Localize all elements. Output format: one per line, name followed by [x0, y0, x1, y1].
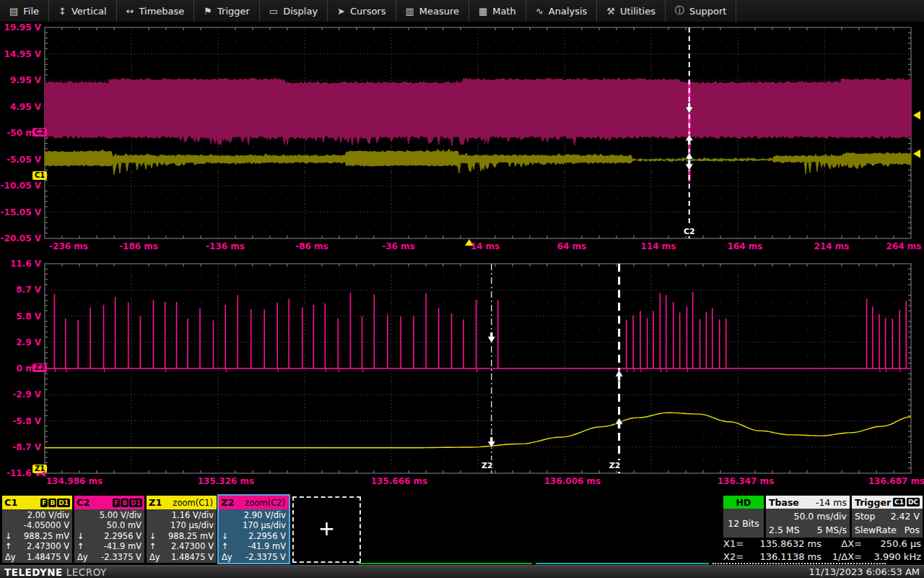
descriptor-C1-row: Δy1.48475 V — [5, 552, 69, 562]
x2-label: X2= — [723, 551, 749, 564]
descriptor-Z2-row-prefix: ↑ — [222, 541, 236, 551]
descriptor-Z1-row-prefix: Δy — [149, 552, 164, 562]
main-x-axis-label: 64 ms — [537, 241, 606, 251]
descriptor-Z2-body: 2.90 V/div170 µs/div↓2.2956 V↑-41.9 mVΔy… — [219, 509, 289, 563]
cursor-arrow-up-icon — [615, 418, 623, 428]
descriptor-Z1-row-prefix — [149, 520, 164, 530]
dx-value: 250.6 µs — [862, 538, 924, 551]
cursor-arrow-down-icon — [685, 160, 693, 171]
descriptor-C2-header: C2FBD1 — [74, 496, 144, 509]
descriptor-row: C1FBD12.00 V/div-4.05000 V↓988.25 mV↑2.4… — [2, 496, 722, 563]
descriptor-C2[interactable]: C2FBD15.00 V/div50.0 mV↓2.2956 V↑-41.9 m… — [74, 496, 144, 563]
invdx-value: 3.990 kHz — [862, 551, 924, 564]
zoom-x-axis-label: 135.666 ms — [365, 476, 434, 486]
trigger-mode: Stop — [855, 509, 875, 523]
descriptor-C1-badge-F: F — [40, 499, 48, 507]
main-x-axis-label: 164 ms — [710, 241, 780, 251]
descriptor-Z2-row-value: -41.9 mV — [236, 541, 286, 551]
main-x-axis-label: 114 ms — [624, 241, 693, 251]
hd-header: HD — [723, 496, 764, 509]
timebase-rate: 5 MS/s — [817, 523, 847, 537]
descriptor-Z1-row-prefix: ↓ — [149, 531, 164, 541]
add-trace-box[interactable]: + — [292, 496, 361, 563]
main-y-axis-label: 19.95 V — [0, 22, 41, 33]
c2-trace[interactable] — [45, 78, 911, 146]
timebase-title: Tbase — [769, 497, 799, 508]
main-trace-badge-C1[interactable]: C1 — [32, 171, 47, 180]
zoom-x-axis-label: 136.347 ms — [711, 476, 780, 486]
hd-mode-box[interactable]: HD 12 Bits — [723, 496, 764, 538]
descriptor-C1-row-value: 988.25 mV — [19, 531, 69, 541]
descriptor-Z2[interactable]: Z2zoom(C2)2.90 V/div170 µs/div↓2.2956 V↑… — [219, 496, 289, 563]
descriptor-Z2-row-prefix: ↓ — [222, 531, 236, 541]
level-marker-icon[interactable] — [913, 111, 920, 120]
descriptor-C2-row-prefix — [77, 510, 92, 520]
datetime: 11/13/2023 6:06:53 AM — [809, 566, 920, 577]
descriptor-C1-row: ↓988.25 mV — [5, 531, 69, 541]
descriptor-C1-row: -4.05000 V — [5, 520, 69, 530]
descriptor-C2-row: Δy-2.3375 V — [77, 552, 141, 562]
main-y-axis-label: -15.05 V — [0, 207, 41, 217]
descriptor-C1-badge-D1: D1 — [57, 499, 70, 507]
descriptor-Z1-row-prefix: ↑ — [149, 541, 164, 551]
timebase-box[interactable]: Tbase -14 ms 50.0 ms/div 2.5 MS5 MS/s — [766, 496, 850, 538]
descriptor-Z2-row-prefix: Δy — [222, 552, 236, 562]
trigger-type: SlewRate — [855, 523, 897, 537]
main-trace-badge-C2[interactable]: C2 — [32, 128, 47, 137]
trigger-box[interactable]: Trigger C1 DC Stop2.42 V SlewRatePos — [852, 496, 923, 538]
hd-title: HD — [736, 497, 751, 508]
zoom-trace-badge-Z2[interactable]: Z2 — [32, 363, 47, 372]
descriptor-Z2-row: 170 µs/div — [222, 520, 286, 530]
descriptor-Z1-row: ↓988.25 mV — [149, 531, 214, 541]
main-y-axis-label: 4.95 V — [0, 102, 41, 112]
descriptor-Z2-row: ↑-41.9 mV — [222, 541, 286, 551]
descriptor-Z1-row-value: 2.47300 V — [164, 541, 214, 551]
descriptor-C2-row: ↓2.2956 V — [77, 531, 141, 541]
level-marker-icon[interactable] — [913, 150, 920, 158]
descriptor-Z1-row: Δy1.48475 V — [149, 552, 214, 562]
main-x-axis-label: -236 ms — [34, 241, 103, 251]
timebase-scale: 50.0 ms/div — [793, 509, 847, 523]
descriptor-Z2-row-value: -2.3375 V — [236, 552, 286, 562]
timebase-header: Tbase -14 ms — [766, 496, 850, 509]
cursor-label: Z2 — [609, 461, 621, 470]
descriptor-Z1-body: 1.16 V/div170 µs/div↓988.25 mV↑2.47300 V… — [147, 509, 217, 563]
descriptor-Z1-header: Z1zoom(C1) — [147, 496, 217, 509]
zoom-y-axis-label: -2.9 V — [0, 389, 41, 400]
timebase-body: 50.0 ms/div 2.5 MS5 MS/s — [766, 509, 850, 538]
cursor-label: Z2 — [481, 461, 493, 470]
main-y-axis-label: 14.95 V — [0, 49, 41, 59]
descriptor-C2-row-value: 5.00 V/div — [92, 510, 141, 520]
zoom-y-axis-label: 8.7 V — [0, 285, 41, 295]
descriptor-C2-row-value: -41.9 mV — [92, 541, 141, 551]
hd-bits: 12 Bits — [728, 518, 759, 529]
descriptor-C2-title: C2 — [77, 497, 90, 508]
invdx-label: 1/ΔX= — [821, 551, 862, 564]
descriptor-C2-body: 5.00 V/div50.0 mV↓2.2956 V↑-41.9 mVΔy-2.… — [74, 509, 144, 563]
descriptor-C1-row-prefix: ↓ — [5, 531, 19, 541]
descriptor-Z2-row-value: 2.90 V/div — [236, 510, 286, 520]
descriptor-Z2-row: ↓2.2956 V — [222, 531, 286, 541]
zoom-y-axis-label: 11.6 V — [0, 259, 41, 269]
trigger-level: 2.42 V — [891, 509, 920, 523]
descriptor-C2-row-value: -2.3375 V — [92, 552, 141, 562]
descriptor-C2-row: 50.0 mV — [77, 520, 141, 530]
descriptor-Z1[interactable]: Z1zoom(C1)1.16 V/div170 µs/div↓988.25 mV… — [147, 496, 217, 563]
main-y-axis-label: 9.95 V — [0, 75, 41, 85]
descriptor-C1-row: 2.00 V/div — [5, 510, 69, 520]
zoom-x-axis-label: 135.326 ms — [191, 476, 261, 486]
trigger-header: Trigger C1 DC — [852, 496, 923, 509]
main-x-axis-label: 214 ms — [797, 241, 866, 251]
z2-trace[interactable] — [54, 292, 906, 372]
trigger-title: Trigger — [855, 497, 891, 508]
divider-strip-dotted — [712, 563, 886, 564]
descriptor-Z2-row-prefix — [222, 520, 236, 530]
timebase-delay: -14 ms — [816, 497, 847, 508]
divider-strip-teal — [536, 563, 709, 564]
descriptor-Z1-row-value: 988.25 mV — [164, 531, 214, 541]
descriptor-C2-row: ↑-41.9 mV — [77, 541, 141, 551]
descriptor-C1-title: C1 — [4, 497, 18, 508]
main-x-axis-label: -36 ms — [364, 241, 433, 251]
descriptor-C1[interactable]: C1FBD12.00 V/div-4.05000 V↓988.25 mV↑2.4… — [2, 496, 72, 563]
descriptor-C1-row-value: 2.00 V/div — [19, 510, 69, 520]
